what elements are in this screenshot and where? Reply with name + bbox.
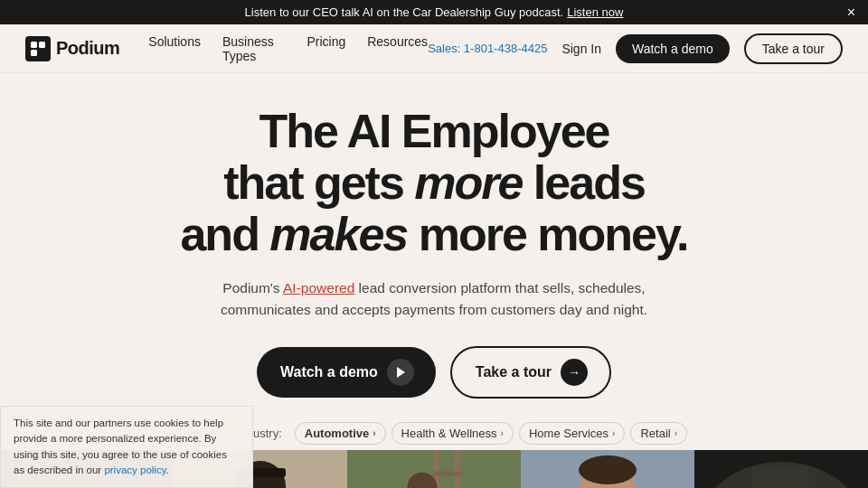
signin-link[interactable]: Sign In (561, 42, 601, 56)
announcement-link[interactable]: Listen now (567, 5, 623, 19)
svg-point-26 (579, 455, 637, 484)
navbar: Podium Solutions Business Types Pricing … (0, 24, 868, 73)
hero-subtitle: Podium's AI-powered lead conversion plat… (217, 277, 651, 321)
play-circle-icon (387, 359, 414, 386)
svg-rect-16 (455, 450, 461, 488)
hero-title-line2-after: leads (522, 156, 644, 209)
play-icon (397, 367, 405, 378)
industry-automotive[interactable]: Automotive › (295, 422, 386, 445)
nav-business-types[interactable]: Business Types (222, 34, 285, 63)
svg-rect-17 (433, 471, 461, 475)
svg-rect-30 (753, 467, 809, 488)
hero-title-more: more (414, 156, 522, 209)
chevron-down-icon: › (612, 428, 615, 438)
svg-rect-2 (39, 42, 45, 48)
svg-rect-0 (25, 36, 51, 61)
industry-automotive-label: Automotive (305, 427, 370, 440)
ai-powered-link[interactable]: AI-powered (283, 280, 354, 296)
watch-demo-hero-label: Watch a demo (280, 364, 378, 380)
nav-links: Solutions Business Types Pricing Resourc… (148, 34, 428, 63)
nav-right: Sales: 1-801-438-4425 Sign In Watch a de… (428, 33, 843, 64)
watch-demo-hero-button[interactable]: Watch a demo (257, 347, 436, 398)
sales-phone[interactable]: Sales: 1-801-438-4425 (428, 42, 547, 55)
close-announcement-button[interactable]: × (847, 5, 855, 20)
hero-title-line3-after: more money. (407, 208, 687, 260)
hero-title-line2-before: that gets (223, 156, 414, 209)
take-tour-hero-button[interactable]: Take a tour → (450, 346, 611, 399)
chevron-down-icon: › (373, 428, 375, 438)
cookie-notice: This site and our partners use cookies t… (0, 406, 253, 488)
photo-segment-3 (347, 450, 521, 488)
nav-pricing[interactable]: Pricing (307, 34, 345, 63)
announcement-text: Listen to our CEO talk AI on the Car Dea… (245, 5, 564, 19)
industry-home[interactable]: Home Services › (519, 422, 625, 445)
nav-solutions[interactable]: Solutions (148, 34, 201, 63)
hero-title-line3-before: and (180, 208, 269, 260)
chevron-down-icon: › (675, 428, 677, 438)
hero-title-line1: The AI Employee (259, 105, 609, 157)
svg-rect-3 (31, 50, 37, 56)
photo-segment-4 (521, 450, 694, 488)
industry-health[interactable]: Health & Wellness › (392, 422, 514, 445)
nav-resources[interactable]: Resources (367, 34, 428, 63)
logo-text: Podium (56, 38, 119, 59)
industry-home-label: Home Services (529, 427, 609, 440)
hero-title: The AI Employee that gets more leads and… (180, 106, 687, 261)
hero-title-makes: makes (269, 208, 407, 260)
arrow-circle-icon: → (561, 359, 588, 386)
take-tour-hero-label: Take a tour (476, 364, 552, 380)
take-tour-nav-button[interactable]: Take a tour (744, 33, 843, 64)
industry-retail[interactable]: Retail › (630, 422, 687, 445)
industry-retail-label: Retail (640, 427, 670, 440)
logo[interactable]: Podium (25, 36, 119, 61)
watch-demo-nav-button[interactable]: Watch a demo (616, 34, 730, 63)
arrow-icon: → (568, 365, 580, 380)
industry-health-label: Health & Wellness (401, 427, 497, 440)
cookie-privacy-link[interactable]: privacy policy (104, 465, 165, 475)
hero-section: The AI Employee that gets more leads and… (0, 73, 868, 413)
photo-segment-5 (694, 450, 868, 488)
hero-cta: Watch a demo Take a tour → (257, 346, 611, 399)
logo-icon (25, 36, 51, 61)
announcement-bar: Listen to our CEO talk AI on the Car Dea… (0, 0, 868, 24)
hero-subtitle-before: Podium's (222, 280, 283, 296)
svg-rect-1 (31, 42, 37, 48)
chevron-down-icon: › (501, 428, 504, 438)
